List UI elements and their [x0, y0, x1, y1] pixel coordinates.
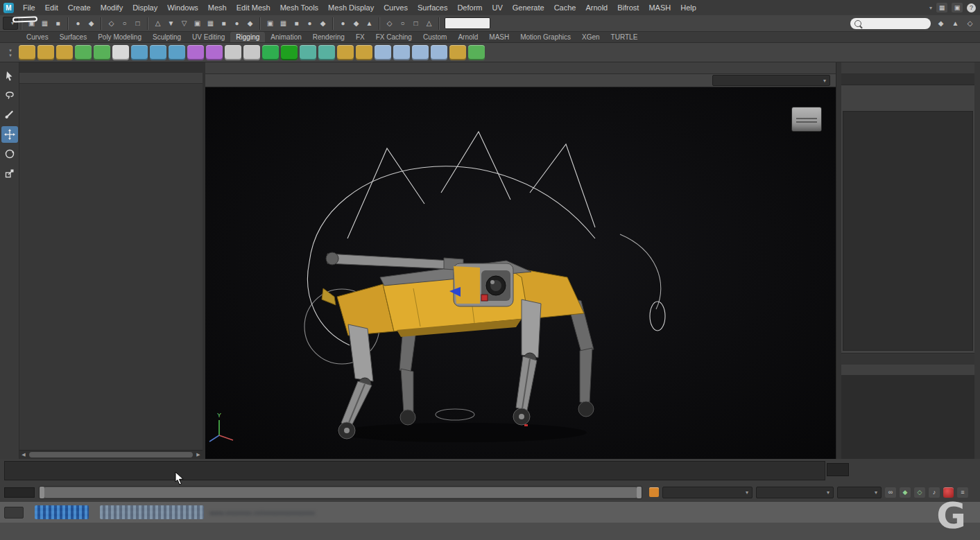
shelf-icon-humanik[interactable] [94, 45, 110, 60]
shelf-icon-pose-editor[interactable] [206, 45, 223, 60]
shelf-icon-constraint-parent[interactable] [375, 45, 391, 60]
shelf-icon-wrap-deformer[interactable] [262, 45, 279, 60]
pause-viewport-icon[interactable]: △ [422, 17, 436, 29]
playback-range[interactable] [44, 487, 637, 498]
shelf-icon-mirror-skin-weights[interactable] [150, 45, 166, 60]
scale-tool[interactable] [1, 165, 18, 182]
shelf-icon-set-driven-key[interactable] [449, 45, 466, 60]
outliner-hscrollbar[interactable]: ◀ ▶ [19, 450, 203, 459]
shelf-menu-icon[interactable]: ▾▾ [4, 44, 17, 62]
select-tool[interactable] [1, 68, 18, 85]
menubar-item-windows[interactable]: Windows [162, 1, 203, 15]
menubar-item-mesh-tools[interactable]: Mesh Tools [275, 1, 323, 15]
mask-points-icon[interactable]: △ [151, 17, 164, 29]
outliner-tree[interactable] [19, 84, 203, 450]
open-scene-icon[interactable]: ▦ [38, 17, 51, 29]
menubar-item-help[interactable]: Help [676, 1, 701, 15]
menubar-item-mesh-display[interactable]: Mesh Display [323, 1, 379, 15]
shelf-tab-fx[interactable]: FX [350, 32, 370, 42]
shelf-icon-lattice[interactable] [243, 45, 260, 60]
snap-plane-icon[interactable]: ● [303, 17, 316, 29]
shelf-tab-poly-modeling[interactable]: Poly Modeling [92, 32, 147, 42]
rotate-tool[interactable] [1, 146, 18, 162]
anim-layer-dropdown[interactable]: ▾ [756, 487, 834, 498]
redo-icon[interactable]: ◆ [85, 17, 98, 29]
command-line-mel-icon[interactable] [4, 507, 24, 519]
mask-rendering-icon[interactable]: ◆ [243, 17, 257, 29]
menubar-item-bifrost[interactable]: Bifrost [612, 1, 644, 15]
render-frame-icon[interactable]: ◇ [383, 17, 396, 29]
fps-dropdown[interactable]: ▾ [837, 487, 882, 498]
menubar-item-mash[interactable]: MASH [644, 1, 676, 15]
mask-curves-icon[interactable]: ▼ [164, 17, 178, 29]
shelf-tab-animation[interactable]: Animation [265, 32, 307, 42]
select-object-icon[interactable]: ○ [118, 17, 131, 29]
shelf-icon-green-node[interactable] [281, 45, 298, 60]
shelf-icon-shrink-wrap[interactable] [318, 45, 335, 60]
shelf-icon-paint-skin-weights[interactable] [131, 45, 148, 60]
shape-node-row[interactable] [841, 99, 974, 109]
shelf-icon-cluster[interactable] [225, 45, 241, 60]
shelf-icon-copy-skin-weights[interactable] [169, 45, 185, 60]
symmetry-icon[interactable]: ▲ [363, 17, 376, 29]
shelf-icon-wire-tool[interactable] [300, 45, 316, 60]
menubar-item-deform[interactable]: Deform [452, 1, 487, 15]
scroll-right-icon[interactable]: ▶ [194, 451, 203, 459]
set-breakdown-icon[interactable]: ◇ [914, 487, 925, 498]
shelf-icon-bind-skin[interactable] [112, 45, 129, 60]
shelf-icon-controller-tag[interactable] [468, 45, 485, 60]
snap-point-icon[interactable]: ■ [290, 17, 303, 29]
select-component-icon[interactable]: □ [131, 17, 144, 29]
ipr-render-icon[interactable]: ○ [396, 17, 409, 29]
menubar-item-arnold[interactable]: Arnold [581, 1, 612, 15]
viewport-scene[interactable]: Y [205, 87, 836, 459]
shelf-tab-custom[interactable]: Custom [418, 32, 452, 42]
raise-panels-icon[interactable]: ◆ [934, 17, 947, 29]
make-live-icon[interactable]: ● [336, 17, 350, 29]
menubar-item-file[interactable]: File [18, 1, 40, 15]
shelf-tab-mash[interactable]: MASH [483, 32, 515, 42]
shelf-icon-constraint-orient[interactable] [412, 45, 429, 60]
mask-joints-icon[interactable]: ▦ [204, 17, 217, 29]
shelf-tab-uv-editing[interactable]: UV Editing [187, 32, 230, 42]
menubar-item-uv[interactable]: UV [487, 1, 507, 15]
shelf-icon-spline-ik[interactable] [56, 45, 73, 60]
lock-workspace-icon[interactable]: ▣ [952, 3, 963, 12]
lasso-tool[interactable] [1, 87, 18, 104]
shelf-icon-delta-mush[interactable] [337, 45, 354, 60]
scroll-left-icon[interactable]: ◀ [19, 451, 28, 459]
shelf-icon-blend-shape[interactable] [187, 45, 204, 60]
sidebar-toggle-icon[interactable]: ◇ [963, 17, 977, 29]
search-field[interactable] [850, 18, 931, 29]
hotbox-controls-icon[interactable]: ▲ [949, 17, 962, 29]
menubar-item-generate[interactable]: Generate [508, 1, 549, 15]
shelf-tab-curves[interactable]: Curves [21, 32, 54, 42]
shelf-tab-rigging[interactable]: Rigging [230, 32, 265, 42]
shelf-tab-turtle[interactable]: TURTLE [605, 32, 644, 42]
menubar-item-mesh[interactable]: Mesh [203, 1, 232, 15]
search-input[interactable] [864, 19, 917, 28]
channel-box-object-name[interactable] [841, 74, 974, 85]
menubar-item-display[interactable]: Display [128, 1, 162, 15]
menubar-item-cache[interactable]: Cache [549, 1, 581, 15]
snap-grid-icon[interactable]: ▣ [264, 17, 277, 29]
menubar-item-curves[interactable]: Curves [379, 1, 413, 15]
loop-playback-icon[interactable]: ∞ [885, 487, 896, 498]
shelf-tab-fx-caching[interactable]: FX Caching [370, 32, 418, 42]
menubar-item-edit[interactable]: Edit [40, 1, 63, 15]
move-tool[interactable] [1, 126, 18, 143]
scrollbar-thumb[interactable] [29, 452, 193, 458]
time-slider-ruler[interactable] [4, 461, 825, 480]
range-slider-track[interactable] [39, 486, 642, 499]
shelf-tab-motion-graphics[interactable]: Motion Graphics [515, 32, 576, 42]
construction-history-icon[interactable]: ◆ [350, 17, 363, 29]
shelf-tab-arnold[interactable]: Arnold [452, 32, 483, 42]
snap-curve-icon[interactable]: ▦ [277, 17, 290, 29]
shelf-icon-constraint-aim[interactable] [431, 45, 447, 60]
menubar-item-surfaces[interactable]: Surfaces [413, 1, 452, 15]
menubar-item-create[interactable]: Create [63, 1, 96, 15]
select-hierarchy-icon[interactable]: ◇ [105, 17, 118, 29]
shelf-icon-ik-handle[interactable] [37, 45, 54, 60]
character-set-dropdown[interactable]: ▾ [662, 487, 753, 498]
anim-start-field[interactable] [4, 487, 35, 498]
